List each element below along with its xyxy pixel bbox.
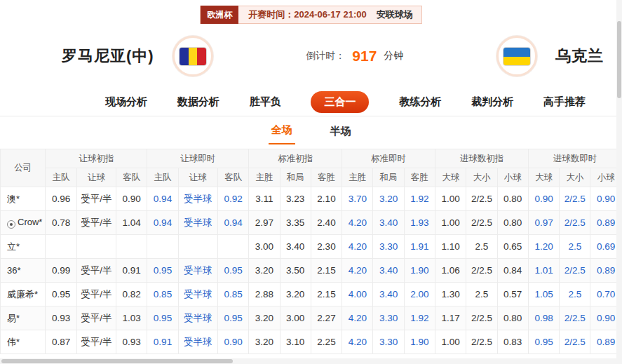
company-cell[interactable]: Crow* bbox=[1, 211, 46, 235]
company-cell[interactable]: 易* bbox=[1, 306, 46, 330]
odds-cell: 1.93 bbox=[404, 211, 435, 235]
odds-cell: 3.20 bbox=[280, 283, 311, 306]
col-header: 大小 bbox=[466, 168, 497, 187]
odds-cell: 2.15 bbox=[311, 283, 342, 306]
odds-cell: 3.23 bbox=[280, 187, 311, 211]
odds-cell: 0.96 bbox=[46, 187, 76, 211]
odds-cell: 2/2.5 bbox=[466, 330, 497, 354]
odds-cell: 2/2.5 bbox=[466, 306, 497, 330]
group-header: 进球数即时 bbox=[528, 149, 621, 168]
odds-cell: 2.40 bbox=[311, 211, 342, 235]
odds-cell: 0.94 bbox=[218, 211, 249, 235]
odds-cell: 2.30 bbox=[311, 235, 342, 259]
odds-cell: 0.95 bbox=[46, 283, 76, 306]
odds-cell: 2/2.5 bbox=[560, 259, 590, 283]
odds-cell: 3.40 bbox=[373, 283, 404, 306]
tab-win-draw-loss[interactable]: 胜平负 bbox=[250, 95, 281, 109]
away-flag-circle bbox=[496, 36, 537, 76]
odds-cell: 0.90 bbox=[528, 187, 559, 211]
col-header: 客胜 bbox=[404, 168, 435, 187]
odds-cell: 0.95 bbox=[147, 306, 178, 330]
odds-cell: 4.20 bbox=[342, 211, 373, 235]
odds-cell: 3.30 bbox=[373, 235, 404, 259]
odds-cell: 3.20 bbox=[249, 330, 280, 354]
odds-cell: 1.91 bbox=[404, 235, 435, 259]
odds-cell: 0.93 bbox=[46, 306, 76, 330]
odds-cell: 0.84 bbox=[497, 259, 528, 283]
odds-cell: 1.20 bbox=[528, 235, 559, 259]
company-cell[interactable]: 立* bbox=[1, 235, 46, 259]
col-header: 客队 bbox=[218, 168, 249, 187]
odds-cell: 1.04 bbox=[116, 211, 147, 235]
tab-data-analysis[interactable]: 数据分析 bbox=[177, 95, 219, 109]
col-header: 让球 bbox=[76, 168, 116, 187]
odds-cell: 2.00 bbox=[404, 283, 435, 306]
company-name: 澳* bbox=[7, 194, 20, 204]
table-row: 澳*0.96受平/半0.900.94受半球0.923.113.232.103.7… bbox=[1, 187, 622, 211]
group-header: 进球数初指 bbox=[435, 149, 528, 168]
col-header: 主胜 bbox=[342, 168, 373, 187]
odds-cell: 0.91 bbox=[147, 330, 178, 354]
odds-cell: 3.00 bbox=[249, 235, 280, 259]
top-strip: 欧洲杯 开赛时间：2024-06-17 21:00 安联球场 bbox=[0, 6, 622, 24]
horizontal-scrollbar-thumb[interactable] bbox=[1, 359, 233, 363]
company-header: 公司 bbox=[1, 149, 46, 187]
horizontal-scrollbar[interactable] bbox=[0, 358, 616, 364]
odds-cell: 2/2.5 bbox=[560, 211, 590, 235]
odds-cell: 1.17 bbox=[435, 306, 466, 330]
odds-cell: 受平/半 bbox=[76, 330, 116, 354]
odds-cell: 1.05 bbox=[528, 283, 559, 306]
subtab-half-match[interactable]: 半场 bbox=[327, 125, 354, 144]
table-row: 威廉希*0.95受平/半0.820.85受半球0.852.883.202.154… bbox=[1, 283, 622, 306]
odds-cell: 2.88 bbox=[249, 283, 280, 306]
match-header: 罗马尼亚(中) 倒计时： 917 分钟 乌克兰 bbox=[0, 24, 622, 88]
company-cell[interactable]: 36* bbox=[1, 259, 46, 283]
col-header: 主队 bbox=[46, 168, 76, 187]
odds-cell bbox=[178, 235, 217, 259]
odds-cell: 3.40 bbox=[373, 259, 404, 283]
odds-cell: 2.97 bbox=[249, 211, 280, 235]
odds-cell: 0.90 bbox=[116, 187, 147, 211]
odds-cell: 1.00 bbox=[435, 211, 466, 235]
odds-cell: 1.30 bbox=[435, 283, 466, 306]
odds-cell: 3.40 bbox=[280, 235, 311, 259]
vertical-scrollbar[interactable] bbox=[616, 0, 622, 364]
tab-coach-analysis[interactable]: 教练分析 bbox=[399, 95, 441, 109]
vertical-scrollbar-thumb[interactable] bbox=[617, 21, 621, 98]
odds-cell: 受半球 bbox=[178, 283, 217, 306]
tab-referee-analysis[interactable]: 裁判分析 bbox=[471, 95, 513, 109]
subtab-full-match[interactable]: 全场 bbox=[269, 123, 295, 144]
odds-cell: 0.95 bbox=[218, 259, 249, 283]
countdown: 倒计时： 917 分钟 bbox=[213, 48, 496, 65]
odds-cell: 受半球 bbox=[178, 306, 217, 330]
odds-cell bbox=[116, 235, 147, 259]
odds-cell: 2.15 bbox=[311, 259, 342, 283]
odds-cell: 受平/半 bbox=[76, 187, 116, 211]
odds-cell: 2/2.5 bbox=[466, 187, 497, 211]
odds-cell: 2.5 bbox=[466, 235, 497, 259]
company-cell[interactable]: 威廉希* bbox=[1, 283, 46, 306]
col-header: 主队 bbox=[147, 168, 178, 187]
odds-cell: 2.27 bbox=[311, 306, 342, 330]
group-header: 让球初指 bbox=[46, 149, 147, 168]
table-row: 立*3.003.402.304.203.301.911.102.50.651.2… bbox=[1, 235, 622, 259]
col-header: 和局 bbox=[280, 168, 311, 187]
company-cell[interactable]: 伟* bbox=[1, 330, 46, 354]
tab-live-analysis[interactable]: 现场分析 bbox=[105, 95, 147, 109]
odds-cell: 3.20 bbox=[249, 306, 280, 330]
odds-cell: 4.20 bbox=[342, 330, 373, 354]
odds-cell: 3.20 bbox=[373, 187, 404, 211]
company-name: 36* bbox=[7, 265, 21, 276]
odds-cell: 2.5 bbox=[466, 283, 497, 306]
tab-three-in-one[interactable]: 三合一 bbox=[311, 91, 369, 113]
company-cell[interactable]: 澳* bbox=[1, 187, 46, 211]
odds-cell: 0.82 bbox=[116, 283, 147, 306]
odds-cell: 0.95 bbox=[528, 330, 559, 354]
col-header: 客队 bbox=[116, 168, 147, 187]
odds-cell: 受平/半 bbox=[76, 283, 116, 306]
odds-cell: 3.50 bbox=[280, 259, 311, 283]
tab-expert-picks[interactable]: 高手推荐 bbox=[543, 95, 586, 109]
table-row: 36*0.99受平/半0.910.95受半球0.953.203.502.154.… bbox=[1, 259, 622, 283]
odds-table: 公司让球初指让球即时标准初指标准即时进球数初指进球数即时主队让球客队主队让球客队… bbox=[0, 149, 622, 354]
odds-cell: 0.92 bbox=[218, 187, 249, 211]
